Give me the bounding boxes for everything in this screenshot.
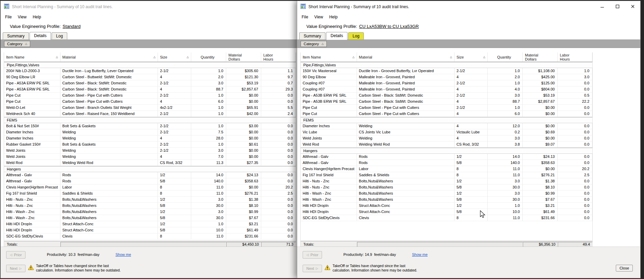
table-row[interactable]: Rubber Gasket 150#Bolt Sets & Gaskets2-1…	[4, 142, 296, 148]
col-header-material-dollars[interactable]: Material Dollars	[523, 52, 558, 62]
table-row[interactable]: Allthread - GalvRods1/214.0$24.130.0	[301, 154, 592, 160]
prior-button[interactable]: ◁ Prior	[303, 251, 322, 259]
menu-help[interactable]: Help	[326, 14, 341, 20]
col-header-material[interactable]: Material△	[357, 52, 454, 62]
category-group-button[interactable]: Category △	[301, 41, 327, 47]
table-row[interactable]: Hilti - Nuts - ZncBolts,Nuts&Washers5/83…	[301, 184, 592, 191]
table-row[interactable]: Pipe CutCarbon Steel - Pipe Cut with Cut…	[4, 93, 296, 99]
titlebar[interactable]: Short Interval Planning - Summary of 10 …	[1, 1, 297, 13]
group-row[interactable]: FEMS	[301, 117, 592, 123]
show-me-link[interactable]: Show me	[115, 252, 131, 257]
table-row[interactable]: Hilti - Nuts - ZncBolts,Nuts&Washers1/23…	[301, 178, 592, 184]
table-row[interactable]: Allthread - GalvRods1/214.0$24.130.0	[4, 172, 296, 178]
totals-label: Totals:	[4, 242, 60, 246]
table-row[interactable]: Bolt & Nut Set 150#Bolt Sets & Gaskets2-…	[4, 123, 296, 129]
table-row[interactable]: Vic LubeCS Joints Vic LubeVictaulic Lube…	[301, 129, 592, 135]
table-row[interactable]: Hilti HDI DropInStruct Attach-Conc1/21.0…	[4, 221, 296, 227]
group-row[interactable]: Hangers	[4, 166, 296, 172]
group-row[interactable]: Pipe,Fittings,Valves	[301, 62, 592, 68]
table-row[interactable]: Hilti - Wash - ZncBolts,Nuts&Washers1/23…	[4, 209, 296, 215]
col-header-quantity[interactable]: Quantity	[488, 52, 523, 62]
tab-log[interactable]: Log	[52, 32, 67, 39]
group-row[interactable]: FEMS	[4, 117, 296, 123]
table-row[interactable]: Diameter InchesWelding412.0$0.000.0	[301, 123, 592, 129]
table-row[interactable]: 150# Vic MastersealDuctile Iron - Groove…	[301, 68, 592, 74]
table-row[interactable]: Coupling #07Malleable Iron - Grooved, Pa…	[301, 80, 592, 86]
table-row[interactable]: Hilti - Wash - ZncBolts,Nuts&Washers1/23…	[301, 191, 592, 197]
group-row[interactable]: Hangers	[301, 148, 592, 154]
table-row[interactable]: Pipe - A53B ERW PE SRLCarbon Steel - Bla…	[301, 93, 592, 99]
table-row[interactable]: SDC-EG StdDtyClevisClevis811.0$231.660.0	[301, 215, 592, 221]
table-row[interactable]: Diameter InchesWelding2-1/27.5$0.000.0	[4, 129, 296, 135]
cell-size: 4	[454, 111, 488, 117]
table-row[interactable]: Weld JointsWelding2-1/23.0$0.000.0	[4, 148, 296, 154]
table-row[interactable]: Weld RodWelding Weld RodCS Rod, 3/3211.3…	[4, 160, 296, 166]
col-header-material[interactable]: Material△	[60, 52, 158, 62]
menu-view[interactable]: View	[311, 14, 326, 20]
table-row[interactable]: 90 Deg Elbow LRCarbon Steel - Buttweld: …	[4, 74, 296, 80]
table-row[interactable]: Pipe - A53B ERW PE SRLCarbon Steel - Bla…	[301, 99, 592, 105]
table-row[interactable]: Weld JointsWelding43.0$0.000.0	[301, 135, 592, 142]
table-row[interactable]: Hilti - Wash - ZncBolts,Nuts&Washers5/83…	[4, 215, 296, 221]
close-button[interactable]: Close	[616, 265, 633, 272]
show-me-link[interactable]: Show me	[412, 252, 428, 257]
table-row[interactable]: Hilti HDI DropInStruct Attach-Conc1/21.0…	[301, 203, 592, 209]
table-row[interactable]: Pipe CutCarbon Steel - Pipe Cut with Cut…	[301, 105, 592, 111]
table-row[interactable]: Hilti HDI DropInStruct Attach-Conc5/810.…	[301, 209, 592, 215]
table-row[interactable]: 200# Nib LD-2000-3Ductile Iron - Lug But…	[4, 68, 296, 74]
maximize-button[interactable]	[610, 1, 625, 12]
cell-item-name: Pipe - A53B ERW PE SRL	[301, 99, 357, 104]
group-row[interactable]: Pipe,Fittings,Valves	[4, 62, 296, 68]
profile-value-link[interactable]: CU LxA53BW to CU Lxa53GR	[359, 24, 419, 29]
table-row[interactable]: Weldneck Sch 40Carbon Steel - Raised Fac…	[4, 111, 296, 117]
col-header-item-name[interactable]: Item Name△	[4, 52, 60, 62]
next-button[interactable]: Next ▷	[6, 265, 25, 272]
col-header-item-name[interactable]: Item Name△	[301, 52, 357, 62]
tab-summary[interactable]: Summary	[299, 32, 325, 39]
table-row[interactable]: Hilti - Nuts - ZncBolts,Nuts&Washers5/83…	[4, 203, 296, 209]
col-header-labor-hours[interactable]: Labor Hours	[558, 52, 592, 62]
menu-help[interactable]: Help	[30, 14, 44, 20]
table-row[interactable]: Weld-O-LetCarbon Steel - Branch Outlets …	[4, 105, 296, 111]
prior-button[interactable]: ◁ Prior	[6, 251, 25, 259]
col-header-material-dollars[interactable]: Material Dollars	[226, 52, 261, 62]
menu-file[interactable]: File	[2, 14, 15, 20]
table-row[interactable]: Pipe - A53A ERW PE SRLCarbon Steel - Bla…	[4, 86, 296, 93]
tab-log[interactable]: Log	[348, 32, 364, 39]
table-row[interactable]: Allthread - GalvRods5/8140.0$358.630.0	[301, 160, 592, 166]
profile-value-link[interactable]: Standard	[62, 24, 80, 29]
table-row[interactable]: Hilti - Wash - ZncBolts,Nuts&Washers5/83…	[301, 197, 592, 203]
close-window-button[interactable]	[625, 1, 640, 12]
table-row[interactable]: Allthread - GalvRods5/8140.0$358.630.0	[4, 178, 296, 184]
table-row[interactable]: Fig 167 Insl ShieldSaddles & Shields811.…	[301, 172, 592, 178]
table-row[interactable]: Pipe CutCarbon Steel - Pipe Cut with Cut…	[301, 111, 592, 117]
table-row[interactable]: Weld RodWelding Weld RodCS Rod, 3/323.8$…	[301, 142, 592, 148]
table-row[interactable]: Coupling #07Malleable Iron - Grooved, Pa…	[301, 86, 592, 93]
table-row[interactable]: Weld JointsWelding47.0$0.000.0	[4, 154, 296, 160]
col-header-quantity[interactable]: Quantity	[191, 52, 227, 62]
table-row[interactable]: Pipe CutCarbon Steel - Pipe Cut with Cut…	[4, 99, 296, 105]
tab-summary[interactable]: Summary	[3, 32, 29, 39]
table-row[interactable]: Hilti - Nuts - ZncBolts,Nuts&Washers1/23…	[4, 197, 296, 203]
titlebar[interactable]: Short Interval Planning - Summary of 10 …	[297, 1, 640, 13]
table-row[interactable]: Pipe - A53A ERW PE SRLCarbon Steel - Bla…	[4, 80, 296, 86]
table-row[interactable]: Hilti HDI DropInStruct Attach-Conc5/810.…	[4, 227, 296, 233]
table-row[interactable]: Clevis Hanger(HgrItem PrecastLabor811.0$…	[4, 184, 296, 191]
menu-view[interactable]: View	[15, 14, 30, 20]
table-row[interactable]: Clevis Hanger(HgrItem PrecastLabor811.0$…	[301, 166, 592, 172]
col-header-size[interactable]: Size△	[454, 52, 488, 62]
col-header-labor-hours[interactable]: Labor Hours	[261, 52, 296, 62]
cell-quantity: 1.0	[191, 123, 227, 129]
col-header-size[interactable]: Size△	[158, 52, 191, 62]
menu-file[interactable]: File	[299, 14, 311, 20]
tab-details[interactable]: Details	[326, 32, 347, 40]
table-row[interactable]: Fig 167 Insl ShieldSaddles & Shields811.…	[4, 191, 296, 197]
table-row[interactable]: SDC-EG StdDtyClevisClevis811.0$231.660.0	[4, 233, 296, 240]
minimize-button[interactable]	[594, 1, 610, 12]
category-group-button[interactable]: Category △	[4, 41, 30, 47]
next-button[interactable]: Next ▷	[303, 265, 322, 272]
table-row[interactable]: Diameter InchesWelding428.0$0.000.0	[4, 135, 296, 142]
cell-size: 4	[454, 123, 488, 129]
table-row[interactable]: 90 Deg ElbowMalleable Iron - Grooved, Pa…	[301, 74, 592, 80]
tab-details[interactable]: Details	[30, 32, 51, 40]
